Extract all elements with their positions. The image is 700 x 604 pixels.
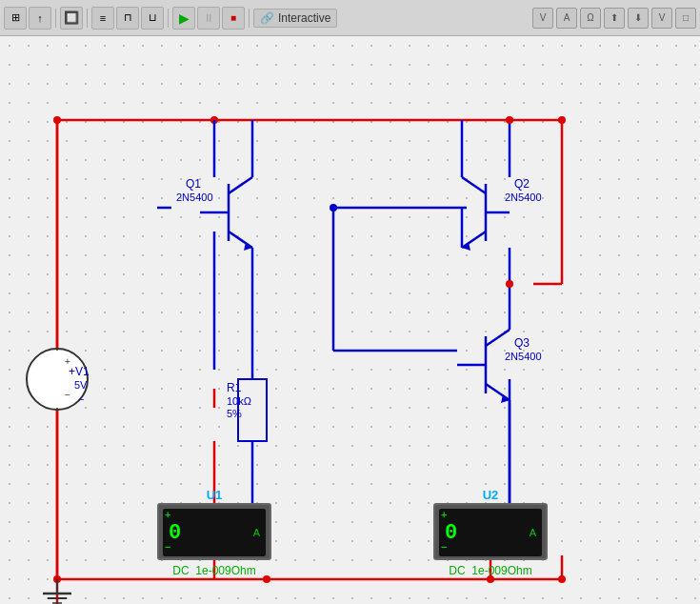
meter-u2[interactable]: + 0 A − U2 DC 1e-009Ohm	[433, 503, 548, 560]
meter-u1-display: 0 A	[163, 509, 266, 556]
stop-button[interactable]: ■	[222, 7, 245, 30]
q3-type: 2N5400	[505, 351, 542, 362]
svg-line-32	[229, 177, 252, 193]
r1-value: 10kΩ	[227, 395, 251, 407]
tb-icon-sq[interactable]: □	[675, 8, 696, 29]
toolbar-separator-1	[55, 9, 56, 28]
r1-tolerance: 5%	[227, 408, 242, 419]
q2-label: Q2	[514, 177, 530, 191]
meter-u1-spec: DC 1e-009Ohm	[172, 564, 255, 577]
meter-u2-spec: DC 1e-009Ohm	[449, 564, 531, 577]
play-button[interactable]: ▶	[172, 7, 195, 30]
meter-u1-unit: A	[253, 527, 260, 538]
mode-icon: 🔗	[260, 11, 274, 25]
svg-point-5	[558, 116, 566, 124]
toolbar-separator-3	[168, 9, 169, 28]
toolbar-btn-3[interactable]: 🔲	[60, 7, 83, 30]
svg-point-26	[506, 116, 513, 124]
q3-label: Q3	[514, 336, 530, 350]
toolbar-btn-4[interactable]: ≡	[91, 7, 114, 30]
tb-icon-v1[interactable]: V	[532, 8, 553, 29]
q1-label: Q1	[186, 177, 201, 191]
q1-type: 2N5400	[176, 191, 213, 203]
meter-u1[interactable]: + 0 A − U1 DC 1e-009Ohm	[157, 503, 271, 560]
v1-value: 5V	[74, 379, 87, 391]
circuit-canvas[interactable]: + − Q1 2N5400 Q2 2N5400 Q3 2N5400 R1 10k…	[0, 36, 700, 604]
toolbar-separator-4	[249, 9, 250, 28]
v1-minus: −	[78, 393, 84, 405]
meter-u2-plus: +	[441, 509, 447, 520]
q2-type: 2N5400	[505, 191, 542, 203]
meter-u1-minus: −	[165, 541, 170, 553]
toolbar-btn-1[interactable]: ⊞	[4, 7, 27, 30]
mode-selector[interactable]: 🔗 Interactive	[253, 9, 337, 28]
pause-button[interactable]: ⏸	[197, 7, 220, 30]
svg-point-11	[263, 575, 270, 583]
meter-u2-id: U2	[483, 488, 499, 502]
tb-icon-a[interactable]: A	[556, 8, 577, 29]
tb-icon-down[interactable]: ⬇	[628, 8, 649, 29]
svg-line-47	[486, 330, 510, 346]
meter-u2-display: 0 A	[439, 509, 542, 556]
toolbar-right-icons: V A Ω ⬆ ⬇ V □	[532, 8, 696, 29]
svg-point-12	[558, 575, 566, 583]
meter-u2-unit: A	[530, 527, 536, 538]
meter-u2-minus: −	[441, 541, 447, 553]
svg-point-51	[506, 280, 513, 288]
svg-text:−: −	[65, 390, 70, 400]
toolbar-btn-5[interactable]: ⊓	[116, 7, 139, 30]
tb-icon-v2[interactable]: V	[651, 8, 672, 29]
svg-rect-54	[238, 379, 267, 441]
toolbar-btn-2[interactable]: ↑	[29, 7, 51, 30]
v1-name: +V1	[69, 365, 90, 378]
svg-line-40	[462, 177, 486, 193]
circuit-diagram: + −	[0, 36, 700, 604]
mode-label: Interactive	[278, 11, 330, 25]
toolbar-separator-2	[87, 9, 88, 28]
meter-u1-id: U1	[207, 488, 223, 502]
meter-u1-plus: +	[165, 509, 170, 520]
toolbar-btn-6[interactable]: ⊔	[141, 7, 164, 30]
tb-icon-up[interactable]: ⬆	[604, 8, 625, 29]
r1-label: R1	[227, 381, 241, 394]
tb-icon-omega[interactable]: Ω	[580, 8, 601, 29]
toolbar: ⊞ ↑ 🔲 ≡ ⊓ ⊔ ▶ ⏸ ■ 🔗 Interactive V A Ω ⬆ …	[0, 0, 700, 36]
